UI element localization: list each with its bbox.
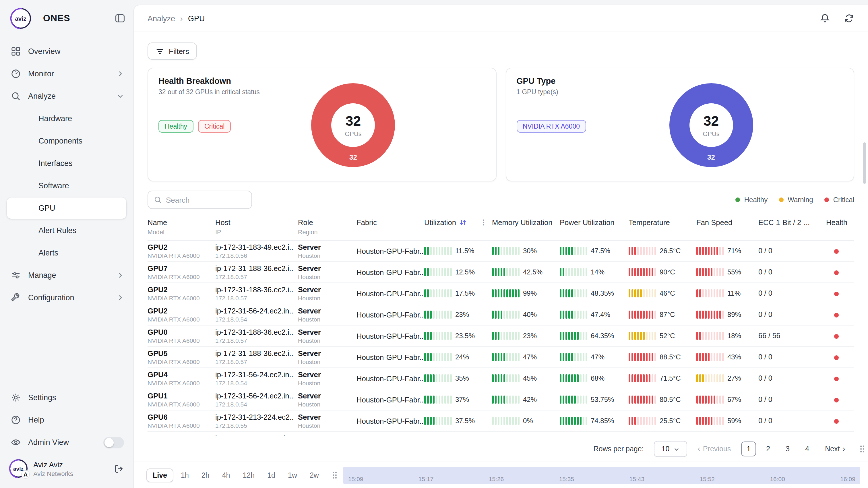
table-row[interactable]: GPU2NVIDIA RTX A6000ip-172-31-188-36.ec2…	[148, 283, 854, 304]
column-header-ecc-1-bit-2[interactable]: ECC 1-Bit / 2-...	[758, 218, 826, 227]
logout-button[interactable]	[114, 464, 124, 474]
host-name: ip-172-31-188-36.ec2.i...	[215, 328, 293, 336]
search-input[interactable]	[166, 195, 246, 204]
sidebar-item-monitor[interactable]: Monitor	[0, 63, 133, 85]
previous-page-button[interactable]: ‹ Previous	[698, 445, 731, 453]
sidebar-item-overview[interactable]: Overview	[0, 40, 133, 63]
gpu-model: NVIDIA RTX A6000	[148, 358, 211, 365]
user-text: Aviz Aviz Aviz Networks	[33, 460, 73, 477]
sidebar-item-alert-rules[interactable]: Alert Rules	[0, 219, 133, 242]
health-donut[interactable]: 32 32 GPUs	[311, 83, 395, 167]
critical-badge[interactable]: Critical	[198, 120, 231, 133]
sidebar-item-components[interactable]: Components	[0, 130, 133, 152]
table-row[interactable]: GPU1NVIDIA RTX A6000ip-172-31-56-24.ec2.…	[148, 389, 854, 410]
healthy-badge[interactable]: Healthy	[158, 120, 193, 133]
cell-role: ServerHouston	[298, 328, 356, 344]
column-header-temperature[interactable]: Temperature	[629, 218, 696, 227]
breadcrumb-parent[interactable]: Analyze	[148, 14, 175, 23]
table-row[interactable]: GPU7NVIDIA RTX A6000ip-172-31-188-36.ec2…	[148, 262, 854, 283]
gauge-bar	[515, 332, 517, 340]
time-range-1h[interactable]: 1h	[176, 468, 194, 482]
column-header-health[interactable]: Health	[826, 218, 855, 227]
page-button-2[interactable]: 2	[761, 441, 776, 456]
region-name: Houston	[298, 337, 352, 344]
search-box[interactable]	[148, 191, 252, 209]
gauge-bar	[722, 247, 724, 255]
column-header-fabric[interactable]: Fabric	[356, 218, 424, 227]
notifications-button[interactable]	[820, 13, 830, 24]
gpu-type-badge[interactable]: NVIDIA RTX A6000	[516, 120, 586, 133]
sidebar-item-alerts[interactable]: Alerts	[0, 242, 133, 264]
time-range-1w[interactable]: 1w	[283, 468, 302, 482]
time-range-12h[interactable]: 12h	[237, 468, 260, 482]
time-range-1d[interactable]: 1d	[262, 468, 280, 482]
gauge-bar	[577, 353, 579, 361]
sidebar-item-manage[interactable]: Manage	[0, 264, 133, 286]
product-name: ONES	[43, 13, 70, 24]
gauge-bars	[629, 417, 656, 425]
gpu-type-donut[interactable]: 32 32 GPUs	[669, 83, 753, 167]
gauge-bar	[714, 417, 715, 425]
sidebar-item-gpu[interactable]: GPU	[7, 197, 126, 219]
timeline-drag-handle[interactable]	[332, 471, 338, 479]
gpu-model: NVIDIA RTX A6000	[148, 337, 211, 344]
column-header-memory-utilization[interactable]: Memory Utilization	[492, 218, 560, 227]
column-header-power-utilization[interactable]: Power Utilization	[560, 218, 629, 227]
rows-per-page-select[interactable]: 10	[654, 441, 687, 457]
sidebar-item-admin-view[interactable]: Admin View	[0, 431, 133, 454]
gauge-bars	[629, 353, 656, 361]
column-menu-icon[interactable]	[480, 219, 487, 226]
gauge-bar	[563, 396, 564, 404]
vertical-scrollbar-thumb[interactable]	[863, 142, 866, 184]
time-range-2h[interactable]: 2h	[196, 468, 215, 482]
filters-button[interactable]: Filters	[148, 42, 197, 60]
collapse-sidebar-button[interactable]	[115, 13, 125, 24]
page-button-3[interactable]: 3	[780, 441, 795, 456]
table-row[interactable]: GPU3NVIDIA RTX A6000ip-172-31-56-24.ec2.…	[148, 432, 854, 436]
cell-role: ServerHouston	[298, 349, 356, 365]
column-title: Role	[298, 218, 317, 227]
gauge-bar	[586, 332, 587, 340]
gpu-type-ring-label: 32	[707, 153, 715, 161]
admin-view-toggle[interactable]	[103, 437, 124, 448]
sidebar-item-settings[interactable]: Settings	[0, 386, 133, 409]
sidebar-item-analyze[interactable]: Analyze	[0, 85, 133, 108]
sidebar-item-interfaces[interactable]: Interfaces	[0, 152, 133, 175]
time-range-4h[interactable]: 4h	[217, 468, 236, 482]
gauge-bar	[509, 332, 511, 340]
gauge-bar	[501, 247, 502, 255]
page-button-4[interactable]: 4	[800, 441, 815, 456]
sidebar-item-software[interactable]: Software	[0, 175, 133, 197]
column-header-role[interactable]: RoleRegion	[298, 218, 356, 235]
column-header-utilization[interactable]: Utilization	[424, 218, 492, 227]
sidebar-item-hardware[interactable]: Hardware	[0, 108, 133, 130]
sidebar-item-configuration[interactable]: Configuration	[0, 286, 133, 309]
time-range-2w[interactable]: 2w	[305, 468, 324, 482]
user-profile[interactable]: aviz A Aviz Aviz Aviz Networks	[0, 454, 133, 486]
drag-handle-icon[interactable]	[859, 445, 865, 453]
column-header-host[interactable]: HostIP	[215, 218, 298, 235]
time-range-live[interactable]: Live	[146, 468, 174, 482]
gpu-name: GPU2	[148, 307, 211, 315]
gauge-bar	[705, 332, 707, 340]
table-row[interactable]: GPU5NVIDIA RTX A6000ip-172-31-188-36.ec2…	[148, 347, 854, 368]
column-title: Utilization	[424, 218, 456, 227]
cell-name: GPU2NVIDIA RTX A6000	[148, 307, 215, 323]
sidebar-item-help[interactable]: Help	[0, 409, 133, 431]
table-row[interactable]: GPU2NVIDIA RTX A6000ip-172-31-56-24.ec2.…	[148, 304, 854, 326]
table-row[interactable]: GPU2NVIDIA RTX A6000ip-172-31-183-49.ec2…	[148, 241, 854, 262]
table-row[interactable]: GPU6NVIDIA RTX A6000ip-172-31-213-224.ec…	[148, 410, 854, 432]
page-button-1[interactable]: 1	[741, 441, 756, 456]
refresh-button[interactable]	[844, 13, 854, 24]
column-header-fan-speed[interactable]: Fan Speed	[696, 218, 758, 227]
table-row[interactable]: GPU4NVIDIA RTX A6000ip-172-31-56-24.ec2.…	[148, 368, 854, 389]
gauge-bar	[444, 332, 446, 340]
gauge-bars	[696, 289, 724, 297]
timeline-band[interactable]: 15:0915:1715:2615:3515:4315:5216:0016:09	[344, 466, 860, 484]
gauge-bar	[643, 396, 645, 404]
sort-ascending-icon[interactable]	[460, 219, 467, 226]
next-page-button[interactable]: Next ›	[825, 445, 845, 453]
gauge-bars	[560, 289, 587, 297]
table-row[interactable]: GPU0NVIDIA RTX A6000ip-172-31-188-36.ec2…	[148, 326, 854, 347]
column-header-name[interactable]: NameModel	[148, 218, 215, 235]
